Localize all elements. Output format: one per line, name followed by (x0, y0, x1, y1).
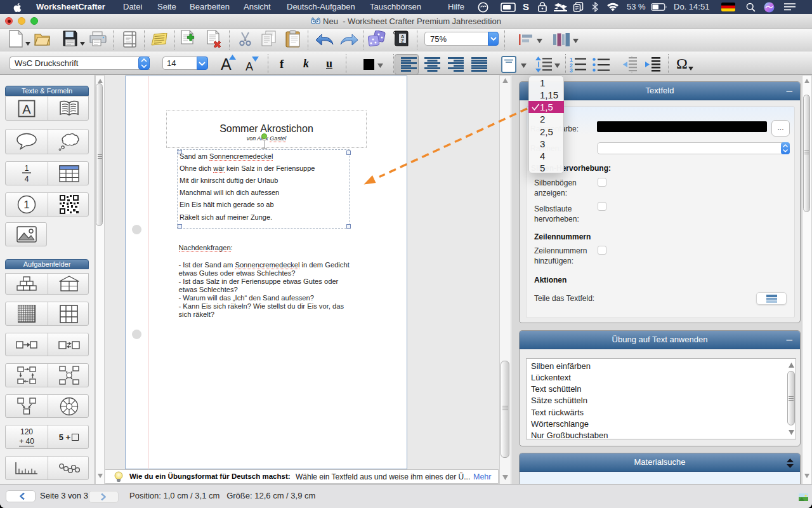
svg-text:3: 3 (570, 67, 573, 72)
svg-text:Z: Z (401, 39, 404, 43)
svg-text:A: A (401, 34, 404, 39)
svg-text:1: 1 (25, 164, 29, 173)
svg-text:4: 4 (25, 175, 29, 183)
svg-text:A: A (22, 102, 31, 116)
svg-text:1: 1 (23, 199, 29, 211)
